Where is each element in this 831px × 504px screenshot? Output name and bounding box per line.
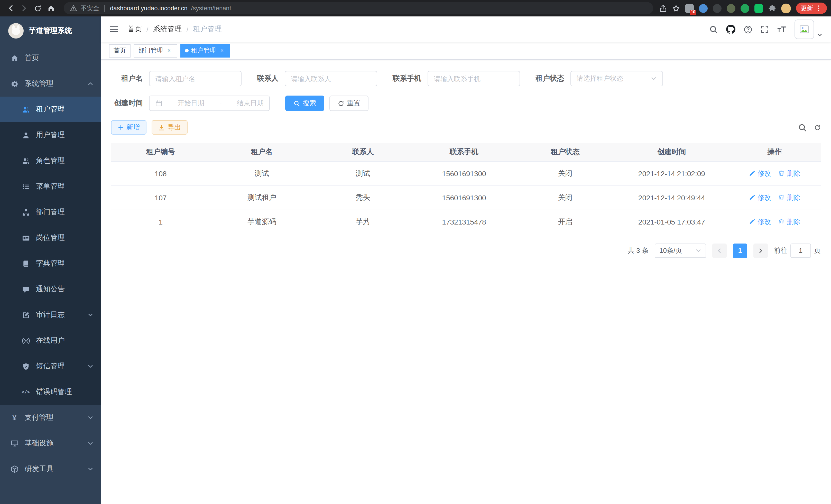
sidebar-item-payment-management[interactable]: ¥支付管理 bbox=[0, 405, 101, 431]
next-page-button[interactable] bbox=[753, 243, 768, 258]
sidebar-item-role-management[interactable]: 角色管理 bbox=[0, 148, 101, 174]
extension-icon-5[interactable] bbox=[741, 4, 749, 12]
tenant-table: 租户编号租户名联系人联系手机租户状态创建时间操作 108测试测试15601691… bbox=[111, 143, 821, 234]
address-bar[interactable]: 不安全 dashboard.yudao.iocoder.cn/system/te… bbox=[64, 2, 653, 14]
sidebar-item-menu-management[interactable]: 菜单管理 bbox=[0, 174, 101, 199]
sidebar-item-system-management[interactable]: 系统管理 bbox=[0, 71, 101, 97]
edit-button[interactable]: 修改 bbox=[749, 217, 771, 226]
sidebar-item-error-code-management[interactable]: </>错误码管理 bbox=[0, 379, 101, 405]
pagination-total: 共 3 条 bbox=[628, 246, 649, 255]
extension-icon-6[interactable] bbox=[754, 4, 763, 12]
reset-button[interactable]: 重置 bbox=[329, 95, 369, 111]
browser-actions: 10 更新 bbox=[659, 3, 827, 14]
sidebar-item-home[interactable]: 首页 bbox=[0, 45, 101, 71]
status-select[interactable]: 请选择租户状态 bbox=[570, 71, 663, 86]
sidebar-item-infrastructure[interactable]: 基础设施 bbox=[0, 431, 101, 456]
tag-home[interactable]: 首页 bbox=[109, 44, 131, 57]
tenant-name-input[interactable] bbox=[149, 71, 241, 86]
create-time-range-picker[interactable]: 开始日期 - 结束日期 bbox=[149, 95, 270, 111]
sidebar-item-notice[interactable]: 通知公告 bbox=[0, 276, 101, 302]
bookmark-star-icon[interactable] bbox=[672, 4, 680, 12]
goto-page-input[interactable] bbox=[791, 243, 811, 258]
extensions-puzzle-icon[interactable] bbox=[768, 4, 776, 12]
delete-button[interactable]: 删除 bbox=[778, 169, 800, 178]
column-header: 联系人 bbox=[313, 143, 413, 161]
cell-name: 测试 bbox=[210, 161, 313, 185]
browser-toolbar: 不安全 dashboard.yudao.iocoder.cn/system/te… bbox=[0, 0, 831, 17]
sidebar-item-user-management[interactable]: 用户管理 bbox=[0, 122, 101, 148]
contact-field[interactable] bbox=[291, 75, 371, 83]
browser-reload-button[interactable] bbox=[31, 2, 44, 15]
browser-profile-avatar[interactable] bbox=[781, 3, 791, 13]
cell-created: 2021-01-05 17:03:47 bbox=[615, 210, 728, 234]
breadcrumb-item[interactable]: 首页 bbox=[127, 25, 142, 34]
browser-update-button[interactable]: 更新 bbox=[796, 3, 827, 14]
tag-tenant-management[interactable]: 租户管理× bbox=[180, 44, 230, 57]
help-icon[interactable] bbox=[744, 25, 752, 34]
cell-id: 1 bbox=[111, 210, 210, 234]
list-icon bbox=[22, 182, 30, 190]
share-icon[interactable] bbox=[659, 4, 667, 12]
cell-phone: 17321315478 bbox=[413, 210, 515, 234]
browser-forward-button[interactable] bbox=[18, 2, 31, 15]
extension-badge: 10 bbox=[690, 9, 696, 14]
delete-button[interactable]: 删除 bbox=[778, 193, 800, 202]
sidebar-item-post-management[interactable]: 岗位管理 bbox=[0, 225, 101, 251]
monitor-icon bbox=[10, 439, 19, 447]
breadcrumb-separator: / bbox=[146, 25, 148, 33]
extension-icon-1[interactable]: 10 bbox=[685, 4, 694, 12]
active-dot bbox=[185, 49, 189, 52]
delete-button[interactable]: 删除 bbox=[778, 217, 800, 226]
sidebar-item-online-users[interactable]: 在线用户 bbox=[0, 328, 101, 353]
user-avatar-dropdown[interactable] bbox=[795, 20, 823, 39]
tag-close-icon[interactable]: × bbox=[219, 47, 226, 54]
edit-button[interactable]: 修改 bbox=[749, 169, 771, 178]
extension-icon-2[interactable] bbox=[699, 4, 708, 12]
sidebar-item-dept-management[interactable]: 部门管理 bbox=[0, 199, 101, 225]
tag-dept-management[interactable]: 部门管理× bbox=[134, 44, 177, 57]
refresh-list-icon[interactable] bbox=[814, 124, 821, 131]
fullscreen-icon[interactable] bbox=[761, 25, 769, 33]
tag-label: 首页 bbox=[114, 46, 126, 55]
browser-home-button[interactable] bbox=[44, 2, 58, 15]
edit-button[interactable]: 修改 bbox=[749, 193, 771, 202]
breadcrumb-separator: / bbox=[187, 25, 189, 33]
sidebar-item-dev-tools[interactable]: 研发工具 bbox=[0, 456, 101, 482]
contact-input[interactable] bbox=[285, 71, 377, 86]
phone-input[interactable] bbox=[428, 71, 520, 86]
tag-label: 部门管理 bbox=[138, 46, 163, 55]
cell-name: 测试租户 bbox=[210, 185, 313, 210]
prev-page-button[interactable] bbox=[712, 243, 727, 258]
search-icon[interactable] bbox=[709, 25, 718, 34]
tag-close-icon[interactable]: × bbox=[166, 47, 173, 54]
pencil-icon bbox=[749, 194, 755, 201]
browser-back-button[interactable] bbox=[4, 2, 18, 15]
export-button[interactable]: 导出 bbox=[152, 120, 188, 135]
chevron-down-icon bbox=[87, 440, 93, 446]
extension-icon-3[interactable] bbox=[713, 4, 721, 12]
breadcrumb-item[interactable]: 系统管理 bbox=[153, 25, 182, 34]
sidebar-item-dict-management[interactable]: 字典管理 bbox=[0, 251, 101, 276]
badge-icon bbox=[22, 234, 30, 242]
sidebar-item-tenant-management[interactable]: 租户管理 bbox=[0, 97, 101, 122]
logo-avatar bbox=[8, 23, 24, 38]
user-icon bbox=[22, 131, 30, 139]
hamburger-icon[interactable] bbox=[109, 24, 119, 34]
phone-field[interactable] bbox=[434, 75, 514, 83]
github-icon[interactable] bbox=[726, 25, 736, 34]
extension-icon-4[interactable] bbox=[727, 4, 736, 12]
add-button[interactable]: 新增 bbox=[111, 120, 146, 135]
font-size-icon[interactable] bbox=[777, 25, 786, 33]
page-number-button[interactable]: 1 bbox=[733, 243, 747, 258]
sidebar-logo[interactable]: 芋道管理系统 bbox=[0, 17, 101, 45]
column-header: 租户名 bbox=[210, 143, 313, 161]
tenant-name-field[interactable] bbox=[155, 75, 235, 83]
caret-down-icon bbox=[816, 32, 823, 38]
page-size-select[interactable]: 10条/页 bbox=[655, 243, 706, 258]
sidebar-item-sms-management[interactable]: 短信管理 bbox=[0, 353, 101, 379]
arrow-right-icon bbox=[757, 247, 764, 254]
search-button[interactable]: 搜索 bbox=[285, 95, 324, 111]
toggle-search-icon[interactable] bbox=[798, 123, 807, 132]
plus-icon bbox=[118, 124, 124, 130]
sidebar-item-audit-log[interactable]: 审计日志 bbox=[0, 302, 101, 328]
